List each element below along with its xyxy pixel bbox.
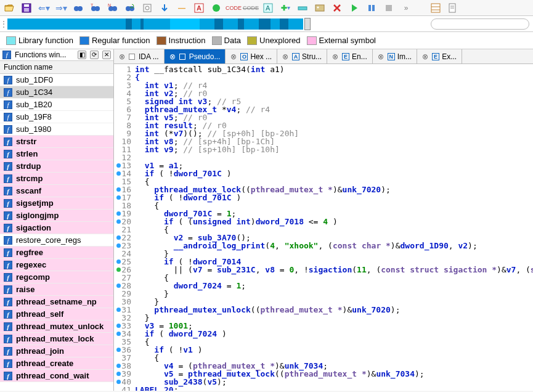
line-gutter[interactable]: 6 [114,105,135,113]
redo-dropdown-icon[interactable]: ⇒▾ [55,2,67,14]
save-icon[interactable] [21,2,32,14]
breakpoint-dot-icon[interactable] [116,332,121,336]
view-tab[interactable]: ⊗Pseudo... [165,49,226,63]
function-row[interactable]: fsscanf [0,185,113,197]
binoculars-text-icon[interactable]: T [90,2,101,14]
breakpoint-dot-icon[interactable] [116,211,121,216]
overview-bar[interactable] [7,18,303,30]
view-tab[interactable]: ⊗AStru... [277,49,327,63]
function-row[interactable]: fpthread_cond_wait [0,370,113,382]
function-row[interactable]: fstrdup [0,160,113,173]
breakpoint-dot-icon[interactable] [116,324,121,328]
tab-close-icon[interactable]: ⊗ [422,52,428,61]
tab-close-icon[interactable]: ⊗ [119,52,125,61]
code-icon[interactable]: CODE [228,2,239,14]
breakpoint-dot-icon[interactable] [116,284,121,288]
code-line[interactable]: 1int __fastcall sub_1C34(int a1) [114,65,533,73]
function-row[interactable]: frestore_core_regs [0,234,113,247]
function-row[interactable]: fpthread_mutex_unlock [0,321,113,333]
function-row[interactable]: fsiglongjmp [0,210,113,222]
breakpoint-dot-icon[interactable] [116,259,121,264]
breakpoint-dot-icon[interactable] [116,243,121,248]
binoculars-icon[interactable] [73,2,84,14]
tab-close-icon[interactable]: ⊗ [332,52,338,61]
line-gutter[interactable]: 7 [114,113,135,121]
code-line[interactable]: 29 } [114,290,533,298]
code-line[interactable]: 17 if ( !dword_701C ) [114,194,533,202]
function-row[interactable]: fsub_19F8 [0,111,113,123]
binoculars-refresh-icon[interactable] [124,2,136,14]
circle-green-icon[interactable] [211,2,222,14]
function-row[interactable]: fstrlen [0,148,113,160]
line-gutter[interactable]: 8 [114,121,135,129]
function-row[interactable]: fsub_1C34 [0,86,113,99]
breakpoint-dot-icon[interactable] [116,219,121,224]
code-line[interactable]: 36 if ( !v1 ) [114,346,533,354]
folder-open-icon[interactable] [4,2,15,14]
tab-close-icon[interactable]: ⊗ [169,52,176,61]
x-red-icon[interactable] [332,2,343,14]
line-gutter[interactable]: 1 [114,65,135,73]
view-tab[interactable]: ⊗OHex ... [226,49,277,63]
breakpoint-dot-icon[interactable] [116,364,121,368]
line-gutter[interactable]: 3 [114,81,135,89]
dash-icon[interactable]: — [176,2,187,14]
function-row[interactable]: fpthread_setname_np [0,296,113,308]
letter-a-box-icon[interactable]: A [262,2,274,14]
code-line[interactable]: 41LABEL_20: [114,386,533,391]
line-gutter[interactable]: 5 [114,97,135,105]
function-row[interactable]: fpthread_self [0,308,113,321]
view-tab[interactable]: ⊗EEn... [327,49,373,63]
breakpoint-dot-icon[interactable] [116,195,121,200]
pseudocode-view[interactable]: 1int __fastcall sub_1C34(int a1)2{3 int … [114,64,533,391]
line-gutter[interactable]: 41 [114,386,135,391]
toolbar-search-input[interactable] [431,18,529,30]
overview-handle[interactable]: ⋮ [0,20,5,28]
code-no-icon[interactable]: CODE [245,2,256,14]
function-row[interactable]: fsigaction [0,222,113,234]
breakpoint-dot-icon[interactable] [116,163,121,168]
view-tab[interactable]: ⊗EEx... [417,49,462,63]
function-row[interactable]: fregfree [0,247,113,259]
tab-close-icon[interactable]: ⊗ [378,52,384,61]
tab-close-icon[interactable]: ⊗ [230,52,237,61]
function-row[interactable]: fpthread_join [0,345,113,357]
zoom-fit-icon[interactable] [142,2,153,14]
pause-blue-icon[interactable] [366,2,377,14]
letter-a-red-icon[interactable]: A [193,2,205,14]
function-row[interactable]: fsigsetjmp [0,197,113,210]
breakpoint-dot-icon[interactable] [116,372,121,376]
breakpoint-dot-icon[interactable] [116,348,121,352]
function-row[interactable]: fpthread_mutex_lock [0,333,113,345]
ruler-cyan-icon[interactable] [297,2,308,14]
play-green-icon[interactable] [349,2,360,14]
table-icon[interactable] [430,2,441,14]
panel-close-button[interactable]: ✕ [102,51,111,59]
code-line[interactable]: 14 if ( !dword_701C ) [114,169,533,178]
undo-dropdown-icon[interactable]: ⇐▾ [38,2,49,14]
panel-dock-button[interactable]: ◧ [78,51,86,59]
breakpoint-dot-icon[interactable] [116,187,121,192]
code-line[interactable]: 28 dword_7024 = 1; [114,282,533,290]
view-tab[interactable]: ⊗IDA ... [114,49,165,63]
panel-refresh-button[interactable]: ⟳ [90,51,99,59]
view-tab[interactable]: ⊗NIm... [373,49,417,63]
function-row[interactable]: fstrstr [0,136,113,148]
code-line[interactable]: 26 || (v7 = sub_231C, v8 = 0, !sigaction… [114,266,533,274]
breakpoint-dot-icon[interactable] [116,380,121,384]
function-row[interactable]: fstrcmp [0,173,113,185]
code-line[interactable]: 31 pthread_mutex_unlock((pthread_mutex_t… [114,306,533,314]
plus-green-dropdown-icon[interactable]: ✚▾ [280,2,291,14]
code-line[interactable]: 34 if ( dword_7024 ) [114,330,533,338]
stop-icon[interactable] [383,2,394,14]
arrow-down-blue-icon[interactable] [159,2,170,14]
function-row[interactable]: fsub_1B20 [0,99,113,111]
code-line[interactable]: 11 int v9; // [sp+10h] [bp-10h] [114,145,533,153]
overview-thumb[interactable] [304,18,311,30]
breakpoint-dot-icon[interactable] [116,308,121,312]
chevrons-icon[interactable]: » [401,2,412,14]
function-row[interactable]: fregexec [0,259,113,271]
function-row[interactable]: fpthread_create [0,357,113,370]
line-gutter[interactable]: 4 [114,89,135,97]
breakpoint-dot-icon[interactable] [116,235,121,240]
